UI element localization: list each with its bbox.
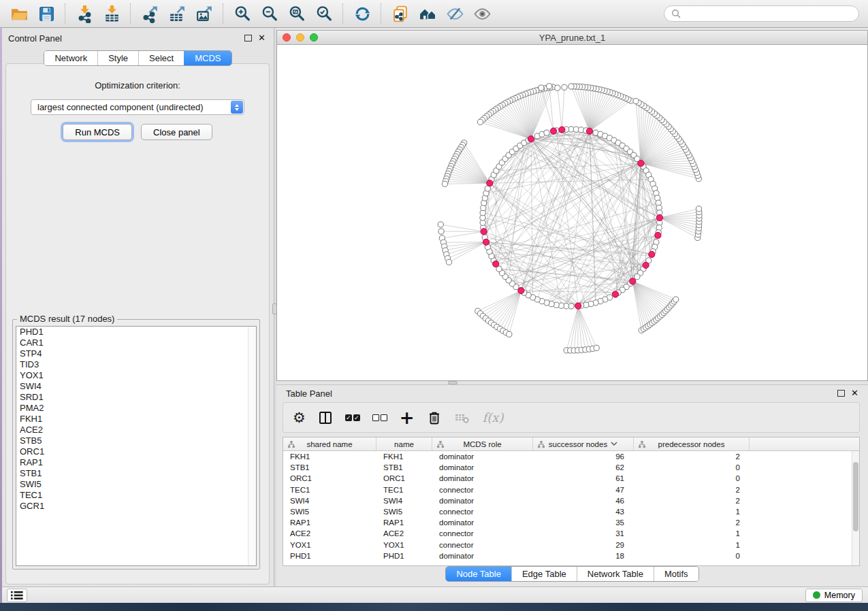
- table-scrollbar[interactable]: [852, 451, 859, 565]
- mcds-result-item[interactable]: ORC1: [16, 446, 256, 457]
- mcds-result-item[interactable]: CAR1: [16, 337, 256, 348]
- export-network-button[interactable]: [136, 2, 163, 25]
- mcds-result-item[interactable]: TEC1: [16, 490, 256, 501]
- network-canvas[interactable]: [276, 45, 868, 381]
- column-header-successor-nodes[interactable]: successor nodes: [533, 437, 634, 450]
- table-row[interactable]: SWI4SWI4dominator462: [283, 495, 852, 506]
- deselect-all-button[interactable]: [372, 408, 387, 428]
- control-panel-header: Control Panel ✕: [2, 28, 274, 48]
- close-panel-icon[interactable]: ✕: [851, 390, 858, 397]
- open-file-button[interactable]: [5, 2, 33, 25]
- tab-motifs[interactable]: Motifs: [654, 567, 698, 581]
- mcds-result-item[interactable]: SWI5: [16, 479, 256, 490]
- column-label: shared name: [306, 440, 352, 448]
- plus-icon: +: [400, 411, 415, 425]
- mcds-result-item[interactable]: SRD1: [16, 392, 256, 403]
- table-row[interactable]: SWI5SWI5connector431: [283, 506, 852, 517]
- zoom-in-button[interactable]: [229, 2, 256, 25]
- table-row[interactable]: TEC1TEC1connector472: [283, 484, 852, 495]
- table-cell: dominator: [432, 452, 533, 461]
- close-panel-icon[interactable]: ✕: [258, 35, 266, 42]
- tab-edge-table[interactable]: Edge Table: [511, 567, 577, 581]
- zoom-selected-button[interactable]: [310, 2, 338, 25]
- run-mcds-button[interactable]: Run MCDS: [63, 124, 132, 140]
- duplicate-network-button[interactable]: [387, 2, 414, 25]
- table-cell: SWI4: [283, 497, 376, 505]
- mcds-result-item[interactable]: GCR1: [16, 501, 256, 512]
- mcds-result-item[interactable]: ACE2: [16, 425, 256, 435]
- import-network-button[interactable]: [71, 2, 98, 25]
- show-all-button[interactable]: [468, 2, 496, 25]
- column-header-predecessor-nodes[interactable]: predecessor nodes: [634, 437, 750, 450]
- mcds-result-item[interactable]: STB1: [16, 468, 256, 479]
- float-panel-icon[interactable]: [244, 35, 252, 42]
- mcds-result-item[interactable]: YOX1: [16, 370, 256, 381]
- select-all-button[interactable]: ✓✓: [345, 408, 360, 428]
- scrollbar-thumb[interactable]: [853, 462, 858, 531]
- tab-network[interactable]: Network: [44, 51, 97, 65]
- mcds-result-item[interactable]: PHD1: [16, 327, 256, 337]
- table-cell: connector: [432, 541, 533, 549]
- table-row[interactable]: ORC1ORC1dominator610: [283, 473, 852, 484]
- search-input[interactable]: [685, 8, 852, 20]
- table-row[interactable]: FKH1FKH1dominator962: [283, 451, 852, 462]
- close-panel-button[interactable]: Close panel: [141, 124, 212, 140]
- column-header-MCDS-role[interactable]: MCDS role: [432, 437, 533, 450]
- tab-network-table[interactable]: Network Table: [577, 567, 654, 581]
- table-row[interactable]: YOX1YOX1connector291: [283, 540, 852, 550]
- table-cell: YOX1: [283, 541, 376, 549]
- mcds-result-title: MCDS result (17 nodes): [17, 314, 117, 324]
- table-row[interactable]: STB1STB1dominator620: [283, 462, 852, 473]
- import-table-button[interactable]: [98, 2, 125, 25]
- unchecked-boxes-icon: [372, 414, 387, 421]
- table-cell: SWI5: [283, 508, 376, 516]
- mcds-result-item[interactable]: SWI4: [16, 381, 256, 392]
- function-icon: f(x): [483, 410, 504, 425]
- hide-selected-button[interactable]: [441, 2, 468, 25]
- table-cell: 96: [533, 452, 634, 461]
- column-header-name[interactable]: name: [376, 437, 432, 450]
- mcds-result-item[interactable]: STP4: [16, 348, 256, 359]
- table-cell: 18: [533, 552, 634, 560]
- memory-button[interactable]: Memory: [805, 589, 863, 602]
- mcds-result-item[interactable]: TID3: [16, 359, 256, 370]
- list-icon: [11, 591, 23, 600]
- tab-select[interactable]: Select: [138, 51, 184, 65]
- table-row[interactable]: RAP1RAP1dominator352: [283, 517, 852, 528]
- show-columns-button[interactable]: [318, 408, 333, 428]
- zoom-fit-icon: [288, 5, 306, 23]
- table-row[interactable]: ACE2ACE2connector311: [283, 528, 852, 539]
- export-table-button[interactable]: [163, 2, 191, 25]
- mcds-result-item[interactable]: PMA2: [16, 403, 256, 414]
- search-box: [664, 5, 859, 22]
- save-floppy-icon: [37, 5, 56, 23]
- add-row-button[interactable]: +: [400, 408, 415, 428]
- float-panel-icon[interactable]: [837, 390, 845, 397]
- delete-row-button[interactable]: [427, 408, 442, 428]
- table-cell: ACE2: [376, 529, 432, 538]
- criterion-dropdown[interactable]: largest connected component (undirected): [31, 99, 244, 115]
- result-list-scrollbar[interactable]: [248, 327, 256, 565]
- tab-style[interactable]: Style: [97, 51, 138, 65]
- network-graph[interactable]: [277, 45, 867, 380]
- zoom-out-button[interactable]: [256, 2, 283, 25]
- table-cell: PHD1: [283, 552, 376, 560]
- table-row[interactable]: PHD1PHD1dominator180: [283, 550, 852, 561]
- table-cell: 62: [533, 463, 634, 472]
- mcds-result-item[interactable]: FKH1: [16, 414, 256, 425]
- first-neighbors-button[interactable]: [414, 2, 441, 25]
- attribute-tree-icon: [287, 441, 295, 448]
- mcds-result-item[interactable]: STB5: [16, 435, 256, 446]
- zoom-fit-button[interactable]: [283, 2, 310, 25]
- tab-mcds[interactable]: MCDS: [184, 51, 231, 65]
- task-history-button[interactable]: [7, 589, 27, 602]
- table-body: FKH1FKH1dominator962STB1STB1dominator620…: [283, 451, 852, 565]
- save-session-button[interactable]: [33, 2, 60, 25]
- mcds-result-item[interactable]: RAP1: [16, 457, 256, 468]
- table-panel-tabs: Node TableEdge TableNetwork TableMotifs: [276, 566, 868, 582]
- column-header-shared-name[interactable]: shared name: [283, 437, 376, 450]
- tab-node-table[interactable]: Node Table: [446, 567, 511, 581]
- export-image-button[interactable]: [191, 2, 218, 25]
- refresh-view-button[interactable]: [349, 2, 376, 25]
- table-settings-button[interactable]: ⚙: [293, 408, 306, 428]
